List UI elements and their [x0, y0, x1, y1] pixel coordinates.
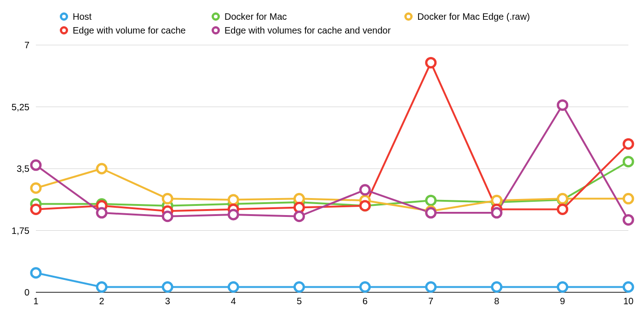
y-tick-label: 1,75 [12, 225, 29, 236]
x-tick-label: 9 [560, 296, 565, 307]
plot-svg [0, 0, 644, 324]
y-tick-label: 5,25 [12, 102, 29, 112]
x-tick-label: 5 [297, 296, 302, 307]
svg-point-45 [31, 160, 40, 170]
svg-point-53 [558, 101, 567, 110]
svg-point-21 [426, 196, 436, 205]
svg-point-6 [97, 282, 106, 291]
x-tick-label: 7 [428, 296, 433, 307]
svg-point-5 [31, 268, 40, 278]
x-tick-label: 6 [362, 296, 368, 307]
svg-point-13 [558, 282, 567, 291]
svg-point-52 [492, 208, 501, 217]
x-tick-label: 10 [623, 296, 633, 307]
x-tick-label: 2 [99, 296, 104, 307]
svg-point-54 [624, 215, 633, 224]
svg-point-11 [426, 282, 436, 291]
y-tick-label: 0 [24, 287, 29, 298]
svg-point-7 [163, 282, 172, 291]
y-tick-label: 3,5 [17, 164, 29, 174]
svg-point-10 [361, 282, 370, 291]
svg-point-41 [426, 58, 436, 67]
svg-point-48 [229, 210, 238, 219]
x-tick-label: 1 [33, 296, 38, 307]
svg-point-26 [97, 164, 106, 173]
svg-point-47 [163, 212, 172, 221]
svg-point-34 [624, 194, 633, 203]
svg-point-35 [31, 205, 40, 214]
svg-point-9 [294, 282, 304, 291]
x-tick-label: 4 [231, 296, 236, 307]
svg-point-8 [229, 282, 238, 291]
svg-point-14 [624, 282, 633, 291]
x-tick-label: 3 [165, 296, 170, 307]
svg-point-43 [558, 205, 567, 214]
svg-point-46 [97, 208, 106, 217]
x-tick-label: 8 [494, 296, 499, 307]
svg-point-12 [492, 282, 501, 291]
y-tick-label: 7 [24, 40, 29, 51]
svg-point-25 [31, 183, 40, 193]
line-chart: Host Edge with volume for cache Docker f… [0, 0, 644, 324]
svg-point-44 [624, 139, 633, 148]
svg-point-50 [361, 185, 370, 194]
svg-point-24 [624, 157, 633, 166]
svg-point-49 [294, 212, 304, 221]
svg-point-51 [426, 208, 436, 217]
svg-point-40 [361, 201, 370, 210]
svg-point-27 [163, 194, 172, 203]
svg-point-28 [229, 195, 238, 205]
svg-point-33 [558, 194, 567, 203]
